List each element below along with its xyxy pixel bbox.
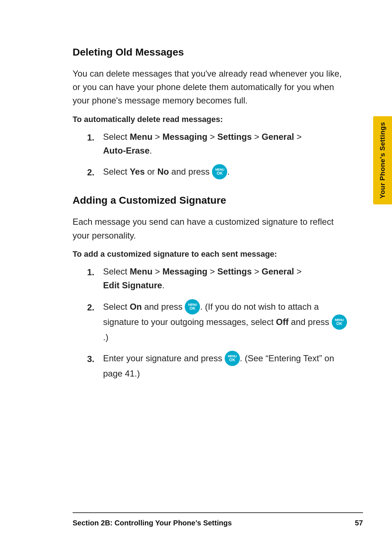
ok-label: OK [229,358,236,362]
step-text: Enter your signature and press MENU OK .… [103,351,348,381]
step-text: Select Yes or No and press MENU OK . [103,165,348,180]
menu-ok-button-3: MENU OK [332,314,347,330]
list-item: 2. Select Yes or No and press MENU OK . [87,165,348,180]
ok-label: OK [336,322,342,326]
section-title-deleting: Deleting Old Messages [73,46,348,58]
sidebar-tab-text: Your Phone's Settings [379,122,387,199]
list-item: 1. Select Menu > Messaging > Settings > … [87,265,348,293]
step-number: 1. [87,130,97,145]
step-number: 3. [87,351,97,366]
no-word: No [157,167,169,177]
list-item: 1. Select Menu > Messaging > Settings > … [87,130,348,158]
on-word: On [130,302,142,312]
menu-ok-button-1: MENU OK [212,164,227,179]
ok-label: OK [217,171,223,175]
footer-page-number: 57 [355,519,363,527]
step-number: 2. [87,165,97,179]
yes-word: Yes [130,167,144,177]
menu-word: Menu [130,132,152,142]
menu-ok-button-4: MENU OK [225,351,240,366]
ok-label: OK [189,306,196,310]
footer-section-text: Section 2B: Controlling Your Phone’s Set… [73,519,232,527]
list-item: 2. Select On and press MENU OK . (If you… [87,300,348,344]
auto-erase-word: Auto-Erase [103,146,150,155]
general-word: General [262,132,294,142]
section-title-signature: Adding a Customized Signature [73,195,348,206]
section-intro-deleting: You can delete messages that you've alre… [73,67,348,107]
section-intro-signature: Each message you send can have a customi… [73,215,348,242]
off-word: Off [276,317,289,327]
footer: Section 2B: Controlling Your Phone’s Set… [73,512,363,527]
steps-list-signature: 1. Select Menu > Messaging > Settings > … [87,265,348,381]
sidebar-tab: Your Phone's Settings [373,116,392,204]
step-number: 1. [87,265,97,279]
general-word: General [262,267,294,276]
messaging-word: Messaging [162,132,207,142]
settings-word: Settings [217,267,252,276]
messaging-word: Messaging [162,267,207,276]
steps-list-deleting: 1. Select Menu > Messaging > Settings > … [87,130,348,180]
edit-signature-word: Edit Signature [103,280,162,290]
instruction-label-signature: To add a customized signature to each se… [73,249,348,259]
page-content: Deleting Old Messages You can delete mes… [0,0,392,417]
step-number: 2. [87,300,97,314]
list-item: 3. Enter your signature and press MENU O… [87,351,348,381]
step-text: Select Menu > Messaging > Settings > Gen… [103,130,348,158]
step-text: Select Menu > Messaging > Settings > Gen… [103,265,348,293]
menu-ok-button-2: MENU OK [185,299,200,314]
step-text: Select On and press MENU OK . (If you do… [103,300,348,344]
instruction-label-deleting: To automatically delete read messages: [73,115,348,124]
menu-word: Menu [130,267,152,276]
settings-word: Settings [217,132,252,142]
